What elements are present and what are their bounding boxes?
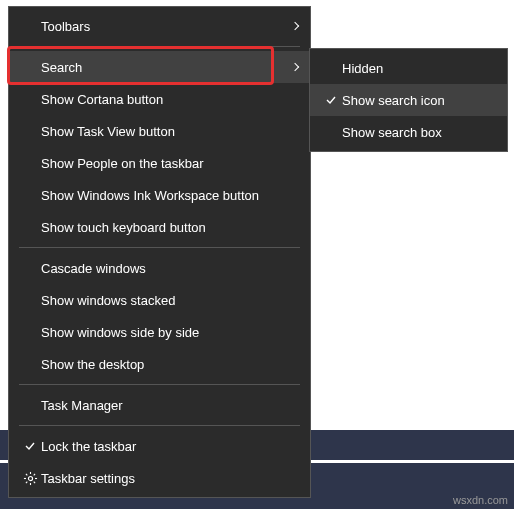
menu-separator <box>19 46 300 47</box>
svg-line-8 <box>25 481 26 482</box>
menu-label: Task Manager <box>41 398 286 413</box>
menu-label: Search <box>41 60 286 75</box>
menu-label: Lock the taskbar <box>41 439 286 454</box>
submenu-item-hidden[interactable]: Hidden <box>310 52 507 84</box>
menu-label: Show Windows Ink Workspace button <box>41 188 286 203</box>
menu-separator <box>19 384 300 385</box>
submenu-label: Hidden <box>342 61 495 76</box>
menu-item-show-people[interactable]: Show People on the taskbar <box>9 147 310 179</box>
menu-item-lock-taskbar[interactable]: Lock the taskbar <box>9 430 310 462</box>
svg-line-7 <box>33 473 34 474</box>
menu-separator <box>19 425 300 426</box>
menu-item-show-cortana[interactable]: Show Cortana button <box>9 83 310 115</box>
menu-label: Show touch keyboard button <box>41 220 286 235</box>
menu-item-show-desktop[interactable]: Show the desktop <box>9 348 310 380</box>
svg-line-5 <box>25 473 26 474</box>
menu-label: Taskbar settings <box>41 471 286 486</box>
menu-label: Show Task View button <box>41 124 286 139</box>
menu-label: Toolbars <box>41 19 286 34</box>
chevron-right-icon <box>286 23 298 29</box>
svg-point-0 <box>28 476 32 480</box>
check-icon <box>320 94 342 106</box>
menu-item-side-by-side[interactable]: Show windows side by side <box>9 316 310 348</box>
taskbar-context-menu: Toolbars Search Show Cortana button Show… <box>8 6 311 498</box>
svg-line-6 <box>33 481 34 482</box>
menu-item-toolbars[interactable]: Toolbars <box>9 10 310 42</box>
menu-item-cascade[interactable]: Cascade windows <box>9 252 310 284</box>
submenu-label: Show search box <box>342 125 495 140</box>
menu-item-search[interactable]: Search <box>9 51 310 83</box>
menu-label: Show the desktop <box>41 357 286 372</box>
menu-item-show-task-view[interactable]: Show Task View button <box>9 115 310 147</box>
submenu-item-show-box[interactable]: Show search box <box>310 116 507 148</box>
menu-label: Show windows side by side <box>41 325 286 340</box>
submenu-label: Show search icon <box>342 93 495 108</box>
menu-item-stacked[interactable]: Show windows stacked <box>9 284 310 316</box>
menu-label: Cascade windows <box>41 261 286 276</box>
chevron-right-icon <box>286 64 298 70</box>
menu-label: Show windows stacked <box>41 293 286 308</box>
menu-label: Show Cortana button <box>41 92 286 107</box>
check-icon <box>19 440 41 452</box>
menu-label: Show People on the taskbar <box>41 156 286 171</box>
search-submenu: Hidden Show search icon Show search box <box>309 48 508 152</box>
submenu-item-show-icon[interactable]: Show search icon <box>310 84 507 116</box>
watermark-text: wsxdn.com <box>453 494 508 506</box>
menu-item-show-ink[interactable]: Show Windows Ink Workspace button <box>9 179 310 211</box>
menu-item-taskbar-settings[interactable]: Taskbar settings <box>9 462 310 494</box>
menu-separator <box>19 247 300 248</box>
menu-item-show-touch-keyboard[interactable]: Show touch keyboard button <box>9 211 310 243</box>
menu-item-task-manager[interactable]: Task Manager <box>9 389 310 421</box>
gear-icon <box>19 471 41 486</box>
